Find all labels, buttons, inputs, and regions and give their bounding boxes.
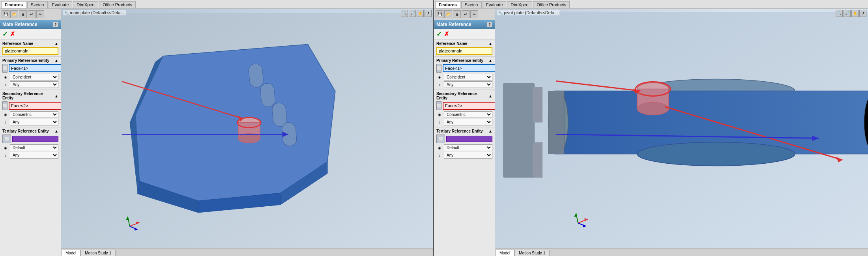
cancel-button-right[interactable]: ✗ [444, 30, 449, 38]
zoom-out-icon-left[interactable]: 🔎 [409, 10, 416, 17]
primary-label-right: Primary Reference Entity [436, 58, 483, 63]
open-icon-right[interactable]: 📂 [444, 10, 452, 18]
tertiary-collapse-left[interactable]: ▲ [54, 129, 58, 133]
right-viewport[interactable]: 🔧 pivot plate (Default<<Defa... 🔍 🔎 ✋ ↺ [495, 9, 868, 256]
primary-face-input-right[interactable] [443, 64, 495, 72]
tab-sketch-right[interactable]: Sketch [461, 1, 482, 8]
right-bottom-tabs: Model Motion Study 1 [495, 248, 868, 256]
ok-button-right[interactable]: ✓ [436, 30, 441, 38]
cancel-button-left[interactable]: ✗ [10, 30, 15, 38]
ok-cancel-row-left: ✓ ✗ [0, 29, 61, 40]
redo-icon-right[interactable]: ↪ [470, 10, 478, 18]
right-motion-tab[interactable]: Motion Study 1 [514, 250, 550, 256]
right-window-title: 🔧 pivot plate (Default<<Defa... [497, 10, 559, 15]
panel-help-right[interactable]: ? [487, 22, 492, 27]
left-model-tab[interactable]: Model [61, 250, 80, 256]
primary-collapse-left[interactable]: ▲ [54, 58, 58, 63]
svg-point-32 [637, 103, 669, 115]
tab-evaluate-right[interactable]: Evaluate [483, 1, 507, 8]
secondary-collapse-left[interactable]: ▲ [54, 94, 58, 98]
rotate-icon-left[interactable]: ↺ [425, 10, 432, 17]
tab-features-right[interactable]: Features [435, 1, 460, 8]
print-icon-right[interactable]: 🖨 [453, 10, 461, 18]
ref-name-input-left[interactable] [2, 47, 58, 55]
tab-officeproducts-right[interactable]: Office Products [533, 1, 570, 8]
secondary-face-input-right[interactable] [443, 102, 495, 110]
tertiary-mate-select-right[interactable]: Default Coincident [444, 144, 492, 151]
right-scene-svg [495, 9, 868, 256]
primary-align-select-left[interactable]: Any Aligned Anti-Aligned [10, 81, 58, 88]
secondary-align-select-right[interactable]: Any Aligned [444, 119, 492, 125]
primary-face-icon-left: ⬜ [2, 64, 7, 73]
open-icon[interactable]: 📂 [10, 10, 18, 18]
secondary-mate-select-left[interactable]: Concentric Coincident Parallel [10, 111, 58, 118]
ok-button-left[interactable]: ✓ [2, 30, 7, 38]
ref-name-collapse-left[interactable]: ▲ [54, 41, 58, 46]
secondary-align-icon-right: ↕ [436, 119, 443, 125]
left-scene-svg [61, 9, 433, 256]
svg-rect-22 [533, 142, 542, 178]
left-motion-tab[interactable]: Motion Study 1 [80, 250, 116, 256]
tab-dimxpert-left[interactable]: DimXpert [73, 1, 98, 8]
tab-evaluate-left[interactable]: Evaluate [49, 1, 73, 8]
secondary-align-icon-left: ↕ [2, 119, 9, 125]
tab-features-left[interactable]: Features [1, 1, 26, 8]
primary-mate-select-left[interactable]: Coincident Parallel Perpendicular [10, 74, 58, 80]
secondary-label-right: Secondary Reference Entity [436, 92, 488, 100]
svg-point-26 [637, 142, 795, 166]
ref-name-collapse-right[interactable]: ▲ [488, 41, 492, 46]
tab-officeproducts-left[interactable]: Office Products [99, 1, 136, 8]
ref-name-label-right: Reference Name [436, 41, 467, 46]
secondary-collapse-right[interactable]: ▲ [488, 94, 492, 98]
secondary-label-left: Secondary Reference Entity [2, 92, 54, 100]
tertiary-section-left: Tertiary Reference Entity ▲ ⬜ ◈ Default [0, 127, 61, 160]
redo-icon[interactable]: ↪ [36, 10, 44, 18]
secondary-align-select-left[interactable]: Any Aligned [10, 119, 58, 125]
tertiary-align-icon-right: ↕ [436, 152, 443, 159]
tertiary-collapse-right[interactable]: ▲ [488, 129, 492, 133]
primary-collapse-right[interactable]: ▲ [488, 58, 492, 63]
ref-name-section-right: Reference Name ▲ [434, 40, 495, 57]
right-model-tab[interactable]: Model [495, 250, 514, 256]
zoom-out-icon-right[interactable]: 🔎 [844, 10, 851, 17]
primary-align-icon-left: ↕ [2, 82, 9, 88]
tertiary-label-right: Tertiary Reference Entity [436, 129, 483, 133]
tertiary-align-select-left[interactable]: Any Aligned [10, 152, 58, 159]
tab-sketch-left[interactable]: Sketch [27, 1, 48, 8]
tertiary-mate-icon-left: ◈ [2, 145, 9, 151]
panel-help-left[interactable]: ? [53, 22, 58, 27]
right-toolbar: 💾 📂 🖨 ↩ ↪ [434, 9, 495, 20]
mate-reference-panel-left: Mate Reference ? ✓ ✗ Reference Name [0, 20, 61, 256]
mate-reference-panel-right: Mate Reference ? ✓ ✗ Reference Name [434, 20, 495, 256]
left-viewport[interactable]: 🔧 main plate (Default<<Defa... 🔍 🔎 ✋ ↺ [61, 9, 433, 256]
primary-face-input-left[interactable] [9, 64, 61, 72]
svg-point-7 [238, 133, 260, 143]
save-icon[interactable]: 💾 [2, 10, 9, 18]
secondary-section-left: Secondary Reference Entity ▲ ⬜ ◈ Concent [0, 90, 61, 127]
panel-header-right: Mate Reference ? [434, 20, 495, 29]
tertiary-face-icon-left: ⬜ [2, 135, 11, 143]
zoom-in-icon-right[interactable]: 🔍 [836, 10, 843, 17]
tertiary-align-select-right[interactable]: Any Aligned [444, 152, 492, 159]
primary-section-right: Primary Reference Entity ▲ ⬜ ◈ Coinciden [434, 57, 495, 90]
tab-dimxpert-right[interactable]: DimXpert [507, 1, 532, 8]
rotate-icon-right[interactable]: ↺ [859, 10, 866, 17]
left-viewport-toolbar: 🔍 🔎 ✋ ↺ [401, 10, 432, 17]
tertiary-color-right [446, 136, 492, 142]
undo-icon-right[interactable]: ↩ [462, 10, 470, 18]
primary-mate-select-right[interactable]: Coincident Parallel [444, 74, 492, 80]
ref-name-input-right[interactable] [436, 47, 492, 55]
primary-align-select-right[interactable]: Any Aligned [444, 81, 492, 88]
ref-name-section-left: Reference Name ▲ [0, 40, 61, 57]
svg-rect-29 [548, 91, 564, 154]
secondary-face-input-left[interactable] [9, 102, 61, 110]
secondary-mate-select-right[interactable]: Concentric Coincident [444, 111, 492, 118]
tertiary-mate-select-left[interactable]: Default Coincident [10, 144, 58, 151]
pan-icon-left[interactable]: ✋ [417, 10, 424, 17]
undo-icon[interactable]: ↩ [28, 10, 36, 18]
pan-icon-right[interactable]: ✋ [851, 10, 859, 17]
primary-section-left: Primary Reference Entity ▲ ⬜ ◈ Coinciden [0, 57, 61, 90]
save-icon-right[interactable]: 💾 [436, 10, 443, 18]
print-icon[interactable]: 🖨 [19, 10, 27, 18]
zoom-in-icon-left[interactable]: 🔍 [401, 10, 408, 17]
